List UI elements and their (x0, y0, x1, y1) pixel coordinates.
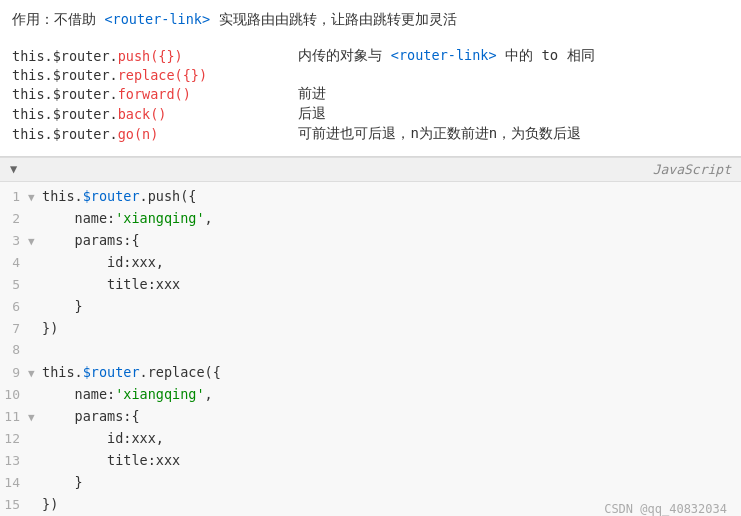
line-number: 8 (0, 340, 28, 361)
collapse-icon[interactable]: ▼ (10, 162, 17, 176)
method-prefix: this.$router. (12, 106, 118, 122)
line-number: 3 (0, 231, 28, 252)
description-cell (298, 66, 729, 84)
code-line-13: 13 title:xxx (0, 450, 741, 472)
table-row: this.$router.go(n) 可前进也可后退，n为正数前进n，为负数后退 (12, 124, 729, 144)
method-table-section: this.$router.push({}) 内传的对象与 <router-lin… (0, 44, 741, 150)
table-row: this.$router.replace({}) (12, 66, 729, 84)
line-content: title:xxx (42, 274, 731, 296)
code-line-11: 11 ▼ params:{ (0, 406, 741, 428)
code-line-12: 12 id:xxx, (0, 428, 741, 450)
description-section: 作用：不借助 <router-link> 实现路由由跳转，让路由跳转更加灵活 (0, 0, 741, 44)
code-line-3: 3 ▼ params:{ (0, 230, 741, 252)
line-content: params:{ (42, 406, 731, 428)
method-name: push({}) (118, 48, 183, 64)
code-line-2: 2 name:'xiangqing', (0, 208, 741, 230)
description-cell: 内传的对象与 <router-link> 中的 to 相同 (298, 46, 729, 66)
code-block-header: ▼ JavaScript (0, 158, 741, 182)
line-content: this.$router.push({ (42, 186, 731, 208)
line-content: name:'xiangqing', (42, 208, 731, 230)
line-number: 9 (0, 363, 28, 384)
line-content: }) (42, 318, 731, 340)
code-line-1: 1 ▼ this.$router.push({ (0, 186, 741, 208)
desc-text: 可前进也可后退，n为正数前进n，为负数后退 (298, 125, 581, 141)
method-cell: this.$router.forward() (12, 84, 298, 104)
code-line-5: 5 title:xxx (0, 274, 741, 296)
method-table: this.$router.push({}) 内传的对象与 <router-lin… (12, 46, 729, 144)
code-line-8: 8 (0, 340, 741, 362)
code-line-9: 9 ▼ this.$router.replace({ (0, 362, 741, 384)
method-cell: this.$router.go(n) (12, 124, 298, 144)
method-name: forward() (118, 86, 191, 102)
router-link-ref: <router-link> (104, 11, 210, 27)
line-content: title:xxx (42, 450, 731, 472)
line-arrow: ▼ (28, 409, 42, 427)
line-number: 4 (0, 253, 28, 274)
line-number: 13 (0, 451, 28, 472)
line-content: params:{ (42, 230, 731, 252)
line-number: 6 (0, 297, 28, 318)
line-content: this.$router.replace({ (42, 362, 731, 384)
code-line-14: 14 } (0, 472, 741, 494)
method-cell: this.$router.push({}) (12, 46, 298, 66)
code-line-10: 10 name:'xiangqing', (0, 384, 741, 406)
desc-text: 前进 (298, 85, 326, 101)
line-number: 7 (0, 319, 28, 340)
line-content: id:xxx, (42, 428, 731, 450)
method-prefix: this.$router. (12, 67, 118, 83)
line-number: 12 (0, 429, 28, 450)
line-content: name:'xiangqing', (42, 384, 731, 406)
code-line-6: 6 } (0, 296, 741, 318)
method-prefix: this.$router. (12, 126, 118, 142)
line-arrow: ▼ (28, 365, 42, 383)
line-content: } (42, 472, 731, 494)
code-block: 1 ▼ this.$router.push({ 2 name:'xiangqin… (0, 182, 741, 516)
desc-text2: 中的 to 相同 (497, 47, 595, 63)
method-prefix: this.$router. (12, 86, 118, 102)
method-cell: this.$router.back() (12, 104, 298, 124)
line-number: 10 (0, 385, 28, 406)
method-name: replace({}) (118, 67, 207, 83)
watermark: CSDN @qq_40832034 (604, 502, 727, 516)
table-row: this.$router.back() 后退 (12, 104, 729, 124)
line-arrow: ▼ (28, 189, 42, 207)
desc-text: 内传的对象与 (298, 47, 390, 63)
line-number: 5 (0, 275, 28, 296)
line-number: 15 (0, 495, 28, 516)
description-cell: 前进 (298, 84, 729, 104)
code-line-4: 4 id:xxx, (0, 252, 741, 274)
code-line-7: 7 }) (0, 318, 741, 340)
line-number: 14 (0, 473, 28, 494)
line-arrow: ▼ (28, 233, 42, 251)
purpose-line: 作用：不借助 <router-link> 实现路由由跳转，让路由跳转更加灵活 (12, 8, 729, 32)
line-number: 1 (0, 187, 28, 208)
line-number: 2 (0, 209, 28, 230)
desc-text: 后退 (298, 105, 326, 121)
router-link-desc: <router-link> (391, 47, 497, 63)
description-cell: 后退 (298, 104, 729, 124)
line-number: 11 (0, 407, 28, 428)
code-block-container: ▼ JavaScript 1 ▼ this.$router.push({ 2 n… (0, 157, 741, 516)
method-prefix: this.$router. (12, 48, 118, 64)
table-row: this.$router.push({}) 内传的对象与 <router-lin… (12, 46, 729, 66)
description-cell: 可前进也可后退，n为正数前进n，为负数后退 (298, 124, 729, 144)
line-content: } (42, 296, 731, 318)
method-name: go(n) (118, 126, 159, 142)
line-content: id:xxx, (42, 252, 731, 274)
language-label: JavaScript (653, 162, 731, 177)
method-cell: this.$router.replace({}) (12, 66, 298, 84)
table-row: this.$router.forward() 前进 (12, 84, 729, 104)
method-name: back() (118, 106, 167, 122)
